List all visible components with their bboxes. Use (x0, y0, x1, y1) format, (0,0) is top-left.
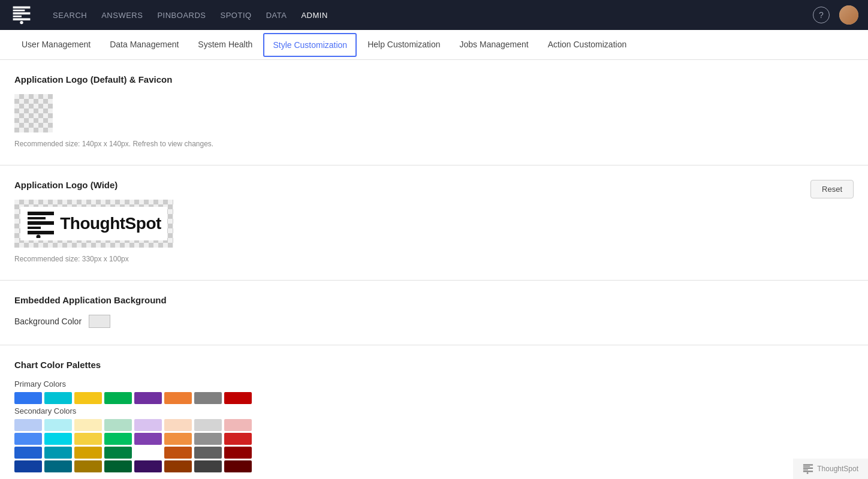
color-chip[interactable] (14, 460, 42, 472)
secondary-color-row (14, 433, 854, 445)
top-navigation: SEARCH ANSWERS PINBOARDS SPOTIQ DATA ADM… (0, 0, 868, 30)
color-chip[interactable] (44, 433, 72, 445)
chart-palette-title: Chart Color Palettes (14, 360, 854, 370)
avatar[interactable] (839, 5, 858, 25)
color-chip[interactable] (164, 392, 192, 404)
color-chip[interactable] (14, 392, 42, 404)
svg-point-11 (37, 235, 41, 239)
color-chip[interactable] (194, 419, 222, 431)
main-content: Application Logo (Default) & Favicon Rec… (0, 60, 868, 479)
bg-color-swatch[interactable] (89, 315, 110, 328)
chart-palette-section: Chart Color Palettes Primary Colors Seco… (0, 345, 868, 479)
color-chip[interactable] (44, 460, 72, 472)
svg-rect-4 (13, 18, 31, 20)
color-chip[interactable] (104, 447, 132, 459)
svg-rect-0 (13, 7, 31, 9)
subnav-style-customization[interactable]: Style Customization (263, 33, 357, 57)
color-chip[interactable] (164, 433, 192, 445)
subnav-user-management[interactable]: User Management (12, 31, 100, 59)
svg-point-5 (20, 21, 23, 24)
top-nav-right: ? (813, 5, 858, 25)
color-chip[interactable] (224, 392, 252, 404)
svg-rect-7 (28, 217, 46, 219)
embedded-bg-section: Embedded Application Background Backgrou… (0, 281, 868, 345)
bg-color-label: Background Color (14, 317, 82, 326)
svg-rect-8 (28, 221, 54, 225)
svg-rect-15 (803, 469, 808, 470)
color-chip[interactable] (224, 460, 252, 472)
app-logo-title: Application Logo (Default) & Favicon (14, 74, 854, 85)
footer-logo-icon (803, 463, 813, 474)
app-logo-hint: Recommended size: 140px x 140px. Refresh… (14, 140, 854, 148)
subnav-jobs-management[interactable]: Jobs Management (450, 31, 538, 59)
color-chip[interactable] (164, 460, 192, 472)
footer: ThoughtSpot (793, 459, 868, 479)
logo-default-preview[interactable] (14, 94, 53, 132)
color-chip[interactable] (104, 460, 132, 472)
color-chip[interactable] (104, 392, 132, 404)
primary-colors-label: Primary Colors (14, 379, 854, 388)
color-chip[interactable] (74, 392, 102, 404)
color-chip[interactable] (134, 447, 162, 459)
app-logo-section: Application Logo (Default) & Favicon Rec… (0, 60, 868, 165)
subnav-data-management[interactable]: Data Management (100, 31, 188, 59)
nav-data[interactable]: DATA (266, 8, 287, 22)
color-chip[interactable] (194, 447, 222, 459)
color-chip[interactable] (164, 447, 192, 459)
secondary-color-row (14, 460, 854, 472)
color-chip[interactable] (74, 433, 102, 445)
svg-rect-16 (803, 471, 813, 472)
subnav-help-customization[interactable]: Help Customization (358, 31, 450, 59)
color-chip[interactable] (224, 447, 252, 459)
color-chip[interactable] (14, 419, 42, 431)
color-chip[interactable] (134, 460, 162, 472)
footer-text: ThoughtSpot (817, 465, 858, 473)
svg-rect-9 (28, 227, 41, 229)
app-logo[interactable] (10, 3, 34, 27)
color-chip[interactable] (44, 419, 72, 431)
nav-search[interactable]: SEARCH (53, 8, 87, 22)
reset-button[interactable]: Reset (810, 180, 854, 198)
svg-rect-3 (13, 16, 22, 17)
svg-rect-12 (803, 464, 813, 465)
color-chip[interactable] (104, 433, 132, 445)
color-chip[interactable] (194, 433, 222, 445)
nav-admin[interactable]: ADMIN (301, 8, 327, 22)
color-chip[interactable] (224, 419, 252, 431)
color-chip[interactable] (14, 433, 42, 445)
color-chip[interactable] (134, 392, 162, 404)
subnav-action-customization[interactable]: Action Customization (538, 31, 637, 59)
subnav-system-health[interactable]: System Health (188, 31, 262, 59)
sub-navigation: User Management Data Management System H… (0, 30, 868, 60)
svg-rect-14 (803, 468, 813, 469)
color-chip[interactable] (14, 447, 42, 459)
color-chip[interactable] (74, 419, 102, 431)
nav-pinboards[interactable]: PINBOARDS (157, 8, 206, 22)
color-chip[interactable] (194, 392, 222, 404)
app-logo-wide-section: Reset Application Logo (Wide) ThoughtSpo… (0, 165, 868, 281)
color-chip[interactable] (44, 392, 72, 404)
color-chip[interactable] (134, 433, 162, 445)
color-chip[interactable] (164, 419, 192, 431)
color-chip[interactable] (224, 433, 252, 445)
nav-spotiq[interactable]: SPOTIQ (221, 8, 252, 22)
svg-rect-10 (28, 231, 54, 234)
color-chip[interactable] (134, 419, 162, 431)
nav-answers[interactable]: ANSWERS (101, 8, 143, 22)
nav-links: SEARCH ANSWERS PINBOARDS SPOTIQ DATA ADM… (53, 8, 798, 22)
app-logo-wide-title: Application Logo (Wide) (14, 180, 854, 190)
help-button[interactable]: ? (813, 7, 830, 23)
wide-logo-preview[interactable]: ThoughtSpot (14, 200, 173, 248)
color-chip[interactable] (104, 419, 132, 431)
primary-color-row (14, 392, 854, 404)
color-chip[interactable] (194, 460, 222, 472)
secondary-colors-label: Secondary Colors (14, 406, 854, 415)
color-chip[interactable] (74, 447, 102, 459)
color-chip[interactable] (74, 460, 102, 472)
svg-rect-2 (13, 13, 31, 15)
svg-rect-13 (803, 466, 810, 467)
svg-rect-1 (13, 10, 25, 11)
color-chip[interactable] (44, 447, 72, 459)
wide-logo-text: ThoughtSpot (60, 214, 161, 233)
embedded-bg-title: Embedded Application Background (14, 295, 854, 305)
